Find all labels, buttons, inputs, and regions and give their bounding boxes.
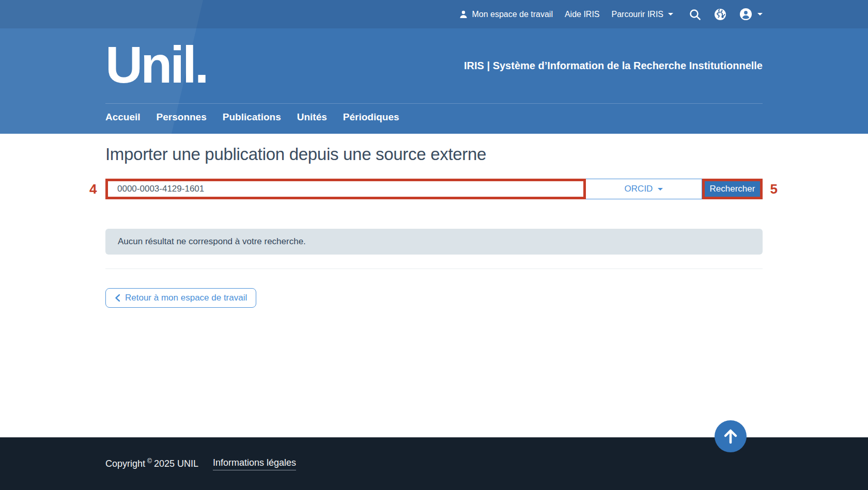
copyright-symbol: © bbox=[147, 457, 152, 465]
chevron-down-icon bbox=[757, 13, 763, 15]
nav-item-periodiques[interactable]: Périodiques bbox=[343, 112, 399, 123]
source-dropdown-label: ORCID bbox=[625, 184, 653, 194]
topbar-item-help[interactable]: Aide IRIS bbox=[565, 10, 600, 19]
main-content: Importer une publication depuis une sour… bbox=[0, 134, 868, 437]
annotation-box-input bbox=[105, 179, 586, 199]
annotation-number-4: 4 bbox=[89, 181, 97, 197]
copyright-year: 2025 UNIL bbox=[154, 459, 198, 469]
footer: Copyright © 2025 UNIL Informations légal… bbox=[0, 437, 868, 490]
topbar-item-workspace[interactable]: Mon espace de travail bbox=[459, 10, 553, 19]
search-icon[interactable] bbox=[688, 8, 702, 21]
site-title: IRIS | Système d’Information de la Reche… bbox=[464, 60, 763, 72]
no-results-alert: Aucun résultat ne correspond à votre rec… bbox=[105, 229, 763, 255]
nav-item-publications[interactable]: Publications bbox=[223, 112, 281, 123]
source-dropdown[interactable]: ORCID bbox=[586, 179, 702, 199]
import-search-group: 4 ORCID Rechercher 5 bbox=[105, 179, 763, 199]
search-button[interactable]: Rechercher bbox=[705, 181, 760, 197]
account-icon bbox=[739, 7, 753, 21]
annotation-number-5: 5 bbox=[770, 181, 778, 197]
topbar-item-label: Parcourir IRIS bbox=[612, 10, 663, 19]
page-title: Importer une publication depuis une sour… bbox=[105, 145, 763, 164]
annotation-box-button: Rechercher bbox=[702, 179, 763, 199]
copyright-word: Copyright bbox=[105, 459, 145, 469]
site-header: Unil. IRIS | Système d’Information de la… bbox=[105, 28, 763, 103]
account-menu[interactable] bbox=[739, 7, 763, 21]
nav-item-unites[interactable]: Unités bbox=[297, 112, 327, 123]
person-icon bbox=[459, 10, 468, 19]
divider bbox=[105, 268, 763, 269]
back-to-workspace-button[interactable]: Retour à mon espace de travail bbox=[105, 288, 256, 308]
topbar-item-label: Mon espace de travail bbox=[472, 10, 553, 19]
search-input[interactable] bbox=[108, 181, 583, 197]
unil-logo[interactable]: Unil. bbox=[105, 39, 207, 90]
back-to-workspace-label: Retour à mon espace de travail bbox=[125, 293, 247, 303]
chevron-left-icon bbox=[115, 294, 120, 302]
no-results-text: Aucun résultat ne correspond à votre rec… bbox=[118, 236, 306, 247]
main-nav: Accueil Personnes Publications Unités Pé… bbox=[105, 103, 763, 134]
topbar-item-browse[interactable]: Parcourir IRIS bbox=[612, 10, 673, 19]
topbar: Mon espace de travail Aide IRIS Parcouri… bbox=[0, 0, 868, 28]
hero-header: Mon espace de travail Aide IRIS Parcouri… bbox=[0, 0, 868, 134]
chevron-down-icon bbox=[658, 188, 663, 191]
nav-item-accueil[interactable]: Accueil bbox=[105, 112, 141, 123]
topbar-item-label: Aide IRIS bbox=[565, 10, 600, 19]
legal-info-link[interactable]: Informations légales bbox=[213, 457, 296, 470]
nav-item-personnes[interactable]: Personnes bbox=[157, 112, 207, 123]
chevron-down-icon bbox=[668, 13, 673, 15]
globe-icon[interactable] bbox=[714, 8, 727, 21]
copyright-text: Copyright © 2025 UNIL bbox=[105, 459, 198, 469]
